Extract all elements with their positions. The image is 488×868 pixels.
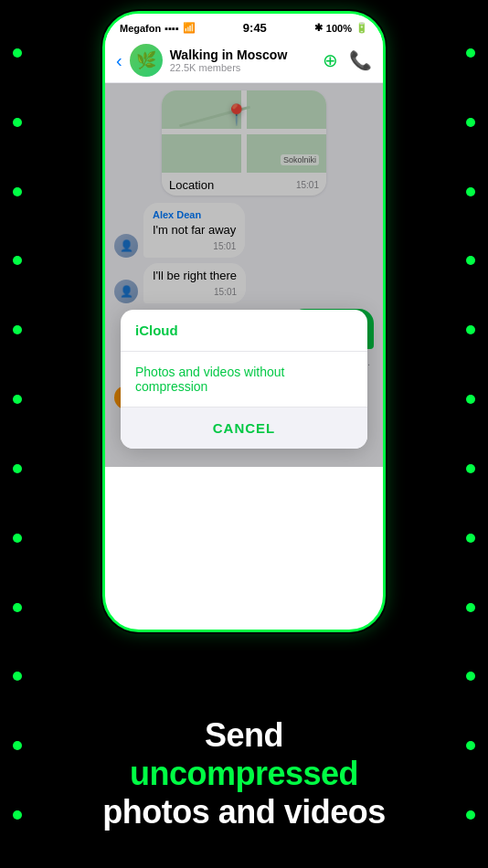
group-name: Walking in Moscow <box>170 48 315 62</box>
status-bar: Megafon ▪▪▪▪ 📶 9:45 ✱ 100% 🔋 <box>105 14 383 38</box>
call-button[interactable]: 📞 <box>349 49 372 71</box>
battery-icon: 🔋 <box>355 22 368 34</box>
modal-overlay: iCloud Photos and videos without compres… <box>105 83 383 467</box>
add-member-button[interactable]: ⊕ <box>323 49 338 71</box>
wifi-icon: 📶 <box>183 22 196 34</box>
bottom-line3: photos and videos <box>0 793 488 831</box>
group-avatar: 🌿 <box>130 44 163 77</box>
bluetooth-icon: ✱ <box>314 22 323 34</box>
bottom-text: Send uncompressed photos and videos <box>0 716 488 831</box>
action-sheet: iCloud Photos and videos without compres… <box>121 310 367 449</box>
status-right: ✱ 100% 🔋 <box>314 22 368 34</box>
icloud-option[interactable]: iCloud <box>121 310 367 352</box>
bottom-line2: uncompressed <box>0 755 488 793</box>
signal-icon: ▪▪▪▪ <box>164 23 179 34</box>
status-left: Megafon ▪▪▪▪ 📶 <box>120 22 196 34</box>
bottom-line1: Send <box>0 716 488 755</box>
group-info: Walking in Moscow 22.5K members <box>170 48 315 73</box>
carrier-label: Megafon <box>120 23 161 34</box>
battery-label: 100% <box>326 23 352 34</box>
chat-header: ‹ 🌿 Walking in Moscow 22.5K members ⊕ 📞 <box>105 38 383 83</box>
back-button[interactable]: ‹ <box>116 50 122 71</box>
cancel-button[interactable]: CANCEL <box>121 408 367 449</box>
chat-body: 📍 Sokolniki Location 15:01 👤 Alex Dean I… <box>105 83 383 467</box>
photos-option[interactable]: Photos and videos without compression <box>121 352 367 408</box>
phone-frame: Megafon ▪▪▪▪ 📶 9:45 ✱ 100% 🔋 ‹ 🌿 Walking… <box>102 11 386 632</box>
time-display: 9:45 <box>243 21 267 35</box>
header-actions: ⊕ 📞 <box>323 49 372 71</box>
group-members: 22.5K members <box>170 62 315 73</box>
